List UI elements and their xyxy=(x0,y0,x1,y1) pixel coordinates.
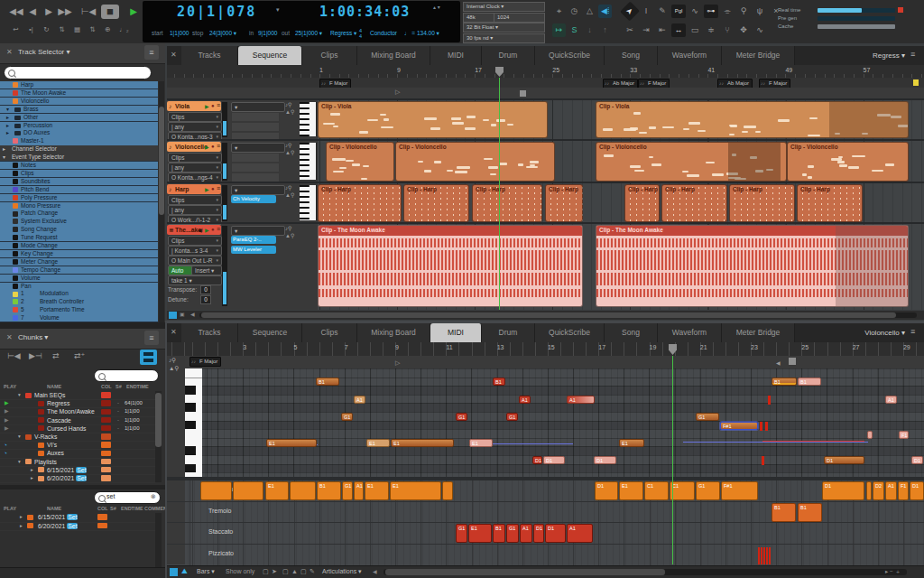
fader-filter-icon[interactable]: ▲ xyxy=(291,568,298,574)
marker-icon[interactable]: ⌖ xyxy=(552,5,566,18)
insert-slot-1[interactable] xyxy=(231,122,280,132)
midi-note-B1-2[interactable]: B1 xyxy=(772,378,797,386)
clip-harp-7[interactable]: Clip - Harp xyxy=(797,184,863,222)
setting-box-3[interactable]: 32 Bit Float ▾ xyxy=(463,23,545,33)
conductor-label[interactable]: Conductor xyxy=(370,30,397,36)
stop-value[interactable]: 24|3|000 ▾ xyxy=(209,30,236,37)
color-chip[interactable] xyxy=(101,425,111,432)
step-back-button[interactable]: ◀ xyxy=(23,4,42,20)
pencil-tool[interactable]: ✎ xyxy=(655,5,670,18)
clear-search-icon[interactable]: ⊗ xyxy=(151,493,156,500)
midi-marker-arrow-icon[interactable]: ◀ xyxy=(776,359,781,366)
clip-harp-0[interactable]: Clip - Harp xyxy=(318,184,402,222)
midi-tab-quickscribe[interactable]: QuickScribe xyxy=(535,323,605,342)
checkbox-filter-icon[interactable]: ▢ xyxy=(263,568,269,575)
cycle-plus-icon[interactable]: ⇄⁺ xyxy=(74,351,85,360)
transpose-value[interactable]: 0 xyxy=(200,285,211,294)
step-forward-button[interactable]: ▶ xyxy=(40,4,58,20)
chunk-play-icon[interactable]: ▶ xyxy=(5,416,9,424)
midi-note-F#1-13[interactable]: F#1 xyxy=(720,422,758,430)
articulation-segment-E1[interactable]: E1 xyxy=(390,481,441,500)
link-playback-button[interactable]: ↻ xyxy=(40,24,53,35)
midi-marker-strip[interactable] xyxy=(167,356,924,369)
setting-box-2[interactable]: 1024 xyxy=(494,13,545,23)
pencil-filter-icon[interactable]: ✎ xyxy=(310,568,315,575)
close-editor-icon[interactable]: ✕ xyxy=(171,51,177,59)
midi-note-E1-18[interactable]: E1 xyxy=(391,439,454,447)
snapshot-icon[interactable]: ▣ xyxy=(180,311,185,317)
black-key[interactable] xyxy=(185,386,196,395)
close-editor-icon[interactable]: ✕ xyxy=(171,328,177,336)
articulation-segment-17[interactable] xyxy=(866,481,872,500)
chunk-play-icon[interactable]: ▶ xyxy=(5,399,9,407)
articulation-segment-9[interactable] xyxy=(442,481,453,500)
pizzicato-tick[interactable] xyxy=(766,547,768,564)
close-panel-icon[interactable]: ✕ xyxy=(6,48,13,56)
articulation-segment-A1[interactable]: A1 xyxy=(520,524,532,543)
chunk-play-icon[interactable]: ▶ xyxy=(5,424,9,433)
articulation-segment-B1[interactable]: B1 xyxy=(798,503,822,522)
insert-effect-1[interactable]: MW Leveler xyxy=(231,246,276,254)
seq-tab-drum[interactable]: Drum xyxy=(482,46,535,65)
mini-keyboard[interactable] xyxy=(300,185,317,220)
mini-keyboard[interactable] xyxy=(300,102,317,136)
midi-note-tick-26[interactable] xyxy=(762,456,764,465)
seq-tab-meter-bridge[interactable]: Meter Bridge xyxy=(722,46,795,65)
seq-chunk-selector[interactable]: Regress ▾ xyxy=(864,51,905,60)
midi-tab-meter-bridge[interactable]: Meter Bridge xyxy=(722,323,795,342)
track-search-input[interactable] xyxy=(4,66,152,79)
midi-note-tick-15[interactable] xyxy=(765,422,768,431)
grid-toggle-icon[interactable] xyxy=(169,312,177,319)
midi-tab-clips[interactable]: Clips xyxy=(302,323,357,342)
monitor-icon[interactable]: ◀⦙ xyxy=(198,227,203,234)
midi-note-G1-9[interactable]: G1 xyxy=(341,413,353,421)
black-key[interactable] xyxy=(185,446,196,455)
insert-slot-top[interactable]: ▾ xyxy=(231,102,285,112)
playlist-search-input[interactable]: set⊗ xyxy=(94,491,161,504)
twirl-icon[interactable]: ▾ xyxy=(3,154,5,161)
midi-chunk-selector[interactable]: Violoncello ▾ xyxy=(864,329,905,337)
trim-right-tool[interactable]: ⇤ xyxy=(655,23,670,37)
grid-view-icon[interactable] xyxy=(170,568,178,576)
take-selector[interactable]: take 1 ▾ xyxy=(168,275,222,285)
twirl-icon[interactable]: ▸ xyxy=(6,129,9,136)
lane-label-staccato[interactable]: Staccato xyxy=(206,528,236,535)
note-zoom-icon[interactable]: ♪⚲ xyxy=(285,225,291,231)
track-play-icon[interactable]: ▶ xyxy=(205,144,209,150)
countoff-button[interactable]: ♩₂ xyxy=(117,24,131,35)
tempo-value[interactable]: ♩ = 134.00 ▾ xyxy=(404,30,439,37)
midi-note-tick-8[interactable] xyxy=(768,396,771,405)
midi-note-D1-27[interactable]: D1 xyxy=(824,456,864,464)
twirl-icon[interactable]: ▾ xyxy=(6,106,9,113)
track-play-icon[interactable]: ▶ xyxy=(205,103,209,109)
insert-slot-1[interactable] xyxy=(231,163,280,172)
scrub-tool[interactable]: ψ xyxy=(753,5,767,18)
articulation-segment-C1[interactable]: C1 xyxy=(670,481,695,500)
midi-ruler[interactable] xyxy=(167,342,924,357)
chunks-title[interactable]: Chunks ▾ xyxy=(18,333,48,341)
panel-splitter-2[interactable] xyxy=(0,485,165,489)
h-scroll-thumb[interactable] xyxy=(201,312,896,318)
playlist-search-value[interactable]: set xyxy=(106,493,115,499)
pizzicato-tick[interactable] xyxy=(761,547,762,564)
wave-edit-tool[interactable]: ∿ xyxy=(753,23,767,37)
hand-tool[interactable]: ✥ xyxy=(736,23,751,37)
midi-tab-song[interactable]: Song xyxy=(605,323,658,342)
reshape-tool[interactable]: ∿ xyxy=(688,5,702,18)
color-chip[interactable] xyxy=(101,451,111,457)
clip-harp-3[interactable]: Clip - Harp xyxy=(545,184,583,222)
start-value[interactable]: 1|1|000 xyxy=(170,30,189,36)
setting-box-1[interactable]: 48k xyxy=(463,13,494,23)
articulation-segment-A1[interactable]: A1 xyxy=(354,481,364,500)
twirl-icon[interactable]: ▸ xyxy=(31,466,33,474)
midi-keysig-marker[interactable]: F Major xyxy=(189,357,221,367)
add-button[interactable]: ⊕ xyxy=(101,24,115,35)
track-selector-item-volume[interactable]: 7Volume xyxy=(0,314,158,322)
zoom-controls[interactable]: ▸ − ＋ xyxy=(885,568,901,576)
color-chip[interactable] xyxy=(101,442,111,448)
grid-unit-selector[interactable]: Bars ▾ xyxy=(197,568,215,575)
insert-effect-0[interactable]: ParaEQ 2-.. xyxy=(231,236,276,244)
midi-note-G1-10[interactable]: G1 xyxy=(456,413,467,421)
pitch-zoom-icon[interactable]: ♪⚲ xyxy=(169,357,176,364)
seq-menu-icon[interactable]: ≡ xyxy=(910,50,915,59)
